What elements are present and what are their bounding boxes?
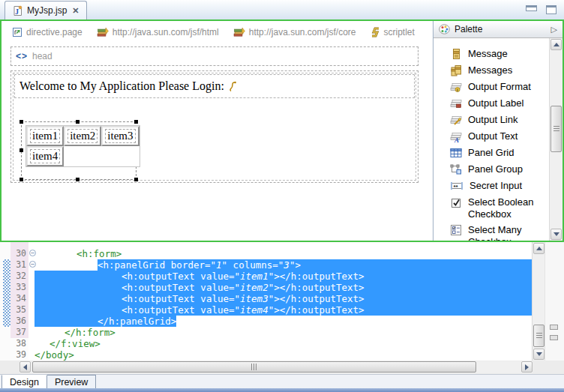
- panelgrid-cell[interactable]: item2: [64, 126, 101, 146]
- palette-item-label: Panel Group: [468, 163, 523, 175]
- line-number: 35: [16, 304, 26, 316]
- selection-handle[interactable]: [76, 120, 80, 124]
- panelgrid-cell[interactable]: item4: [26, 146, 64, 166]
- tab-design[interactable]: Design: [2, 375, 47, 389]
- panelgrid-cell[interactable]: item3: [101, 126, 139, 146]
- taglib-label: http://java.sun.com/jsf/core: [249, 27, 356, 37]
- code-vertical-scrollbar[interactable]: [532, 242, 545, 361]
- code-line[interactable]: <h:form>: [34, 248, 532, 259]
- selection-handle[interactable]: [20, 120, 23, 124]
- palette-icon: [439, 24, 450, 34]
- palette-scrollbar-thumb[interactable]: [550, 106, 562, 152]
- code-line[interactable]: </h:form>: [34, 327, 532, 338]
- head-label: head: [32, 51, 52, 61]
- palette-item-select-many-checkbox[interactable]: Select Many Checkbox: [434, 222, 550, 241]
- vertical-ruler[interactable]: [0, 242, 10, 361]
- line-number: 37: [16, 327, 26, 338]
- palette-item-select-boolean-checkbox[interactable]: Select Boolean Checkbox: [434, 194, 550, 222]
- tab-close-icon[interactable]: ✕: [72, 6, 79, 16]
- palette-item-message[interactable]: Message: [434, 46, 550, 62]
- code-line[interactable]: <h:outputText value="item4"></h:outputTe…: [34, 304, 532, 316]
- scroll-left-icon[interactable]: [20, 361, 31, 373]
- palette-item-secret-input[interactable]: **Secret Input: [434, 178, 550, 194]
- code-line[interactable]: <h:panelGrid border="1" columns="3">: [34, 259, 532, 271]
- maximize-view-icon[interactable]: [546, 5, 556, 14]
- editor-tabbar: J MyJsp.jsp ✕: [0, 0, 564, 19]
- selection-handle[interactable]: [134, 120, 138, 124]
- palette-item-label: Secret Input: [470, 180, 522, 192]
- code-text-area[interactable]: <h:form><h:panelGrid border="1" columns=…: [34, 242, 532, 361]
- design-canvas[interactable]: directive.pagehttp://java.sun.com/jsf/ht…: [2, 21, 434, 241]
- window-bottom-strip: [0, 388, 564, 392]
- welcome-text-box[interactable]: Welcome to My Application Please Login:: [14, 74, 415, 98]
- palette-item-output-text[interactable]: AOutput Text: [434, 128, 550, 145]
- scriptlet-icon: [370, 27, 380, 37]
- code-scrollbar-thumb[interactable]: [533, 325, 544, 347]
- palette-item-label: Messages: [468, 64, 512, 76]
- panelgrid-table: item1item2item3item4: [26, 125, 140, 167]
- message-icon: [450, 48, 462, 60]
- overview-annotation[interactable]: [550, 335, 558, 340]
- panel-group-icon: [450, 163, 462, 175]
- minimize-view-icon[interactable]: [526, 5, 537, 11]
- outputtext-element[interactable]: item1: [30, 129, 60, 143]
- taglib-item[interactable]: http://java.sun.com/jsf/core: [233, 27, 356, 37]
- palette-scrollbar[interactable]: [549, 38, 562, 241]
- palette-header[interactable]: Palette ▷: [434, 21, 562, 38]
- taglib-item[interactable]: scriptlet: [370, 27, 415, 37]
- editor-tab-myjsp[interactable]: J MyJsp.jsp ✕: [4, 1, 87, 19]
- selection-handle[interactable]: [20, 148, 23, 152]
- selection-handle[interactable]: [20, 178, 23, 181]
- scroll-up-icon[interactable]: [533, 243, 544, 254]
- palette-item-output-format[interactable]: iOutput Format: [434, 79, 550, 95]
- overview-ruler[interactable]: [544, 242, 564, 361]
- tab-preview[interactable]: Preview: [47, 375, 96, 389]
- palette-item-label: Select Boolean Checkbox: [468, 196, 546, 220]
- taglib-item[interactable]: http://java.sun.com/jsf/html: [97, 27, 219, 37]
- hscroll-thumb[interactable]: [32, 361, 476, 373]
- code-line[interactable]: <h:outputText value="item2"></h:outputTe…: [34, 282, 532, 293]
- palette-flyout-icon[interactable]: ▷: [551, 25, 557, 34]
- line-number: 32: [16, 271, 26, 282]
- panelgrid-selection[interactable]: item1item2item3item4: [21, 121, 136, 180]
- panelgrid-cell[interactable]: item1: [26, 126, 64, 146]
- line-number: 38: [16, 338, 26, 349]
- taglib-item[interactable]: directive.page: [12, 27, 82, 37]
- palette-item-output-label[interactable]: Output Label: [434, 95, 550, 112]
- line-number: 33: [16, 282, 26, 293]
- taglib-toolbar: directive.pagehttp://java.sun.com/jsf/ht…: [12, 27, 415, 37]
- scroll-down-icon[interactable]: [550, 229, 562, 240]
- selected-range-indicator: [3, 259, 10, 327]
- code-line[interactable]: <h:outputText value="item1"></h:outputTe…: [34, 271, 532, 282]
- outputtext-element[interactable]: item3: [105, 129, 135, 143]
- scroll-down-icon[interactable]: [533, 349, 544, 360]
- body-element-box[interactable]: Welcome to My Application Please Login: …: [10, 70, 418, 183]
- palette-item-panel-group[interactable]: Panel Group: [434, 161, 550, 178]
- output-link-icon: [450, 114, 462, 126]
- head-element-box[interactable]: <> head: [10, 46, 418, 66]
- palette-item-panel-grid[interactable]: Panel Grid: [434, 145, 550, 161]
- output-label-icon: [450, 97, 462, 109]
- selection-handle[interactable]: [134, 178, 138, 181]
- code-line[interactable]: <h:outputText value="item3"></h:outputTe…: [34, 293, 532, 304]
- palette-item-output-link[interactable]: Output Link: [434, 112, 550, 128]
- code-horizontal-scrollbar[interactable]: [20, 361, 532, 373]
- outputtext-element[interactable]: item4: [30, 149, 60, 163]
- jsf-marker-icon: [228, 81, 237, 92]
- scroll-up-icon[interactable]: [550, 39, 562, 50]
- overview-annotation[interactable]: [550, 325, 558, 330]
- code-line[interactable]: </body>: [34, 349, 532, 361]
- outputtext-element[interactable]: item2: [68, 129, 98, 143]
- selection-handle[interactable]: [76, 178, 80, 181]
- output-format-icon: i: [450, 81, 462, 93]
- palette-item-messages[interactable]: Messages: [434, 62, 550, 79]
- directive-page-icon: [12, 27, 22, 37]
- editor-tab-title: MyJsp.jsp: [27, 5, 67, 16]
- line-number: 34: [16, 293, 26, 304]
- code-line[interactable]: </h:panelGrid>: [34, 316, 532, 327]
- messages-icon: [450, 64, 462, 76]
- line-number-ruler[interactable]: 30313233343536373839: [10, 242, 28, 361]
- code-line[interactable]: </f:view>: [34, 338, 532, 349]
- taglib-label: directive.page: [26, 27, 82, 37]
- scroll-right-icon[interactable]: [521, 361, 532, 373]
